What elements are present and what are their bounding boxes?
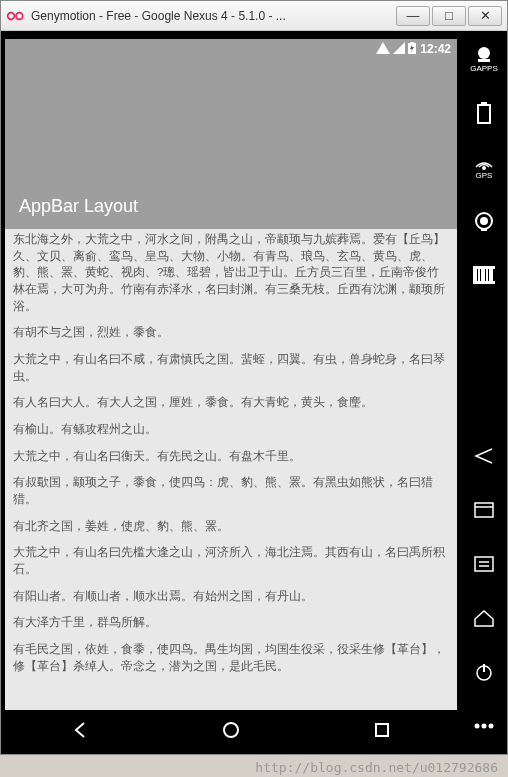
svg-point-12 [480,217,488,225]
content-paragraph: 大荒之中，有山名曰衡天。有先民之山。有盘木千里。 [13,448,449,465]
svg-rect-15 [478,268,480,282]
svg-rect-14 [473,268,477,282]
svg-point-0 [8,12,15,19]
emulator-body: 12:42 AppBar Layout 东北海之外，大荒之中，河水之间，附禺之山… [1,31,507,754]
window-title: Genymotion - Free - Google Nexus 4 - 5.1… [31,9,396,23]
status-time: 12:42 [420,42,451,56]
wifi-icon [376,42,390,57]
svg-rect-9 [481,102,487,105]
content-paragraph: 有叔歜国，颛顼之子，黍食，使四鸟：虎、豹、熊、罴。有黑虫如熊状，名曰猎猎。 [13,474,449,507]
gapps-label: GAPPS [470,64,498,73]
svg-rect-19 [473,266,495,269]
gapps-button[interactable]: GAPPS [468,43,500,75]
svg-point-30 [489,724,494,729]
genymotion-sidebar: GAPPS GPS [461,31,507,754]
titlebar: Genymotion - Free - Google Nexus 4 - 5.1… [1,1,507,31]
close-button[interactable]: ✕ [468,6,502,26]
content-paragraph: 大荒之中，有山名曰不咸，有肃慎氏之国。蜚蛭，四翼。有虫，兽身蛇身，名曰琴虫。 [13,351,449,384]
svg-rect-8 [478,105,490,123]
svg-point-10 [482,166,486,170]
svg-rect-7 [478,59,490,62]
svg-point-28 [475,724,480,729]
sidebar-recent-button[interactable] [468,494,500,526]
maximize-button[interactable]: □ [432,6,466,26]
content-paragraph: 东北海之外，大荒之中，河水之间，附禺之山，帝颛顼与九嫔葬焉。爱有【丘鸟】久、文贝… [13,231,449,314]
svg-rect-21 [475,503,493,517]
minimize-button[interactable]: — [396,6,430,26]
svg-rect-3 [410,42,414,43]
content-paragraph: 有人名曰大人。有大人之国，厘姓，黍食。有大青蛇，黄头，食麈。 [13,394,449,411]
content-paragraph: 有毛民之国，依姓，食黍，使四鸟。禺生均国，均国生役采，役采生修【革台】，修【革台… [13,641,449,674]
svg-point-4 [224,723,238,737]
svg-point-1 [16,12,23,19]
home-button[interactable] [201,715,261,745]
gps-button[interactable]: GPS [468,151,500,183]
camera-button[interactable] [468,205,500,237]
content-paragraph: 有北齐之国，姜姓，使虎、豹、熊、罴。 [13,518,449,535]
android-status-bar: 12:42 [5,39,457,59]
content-paragraph: 有榆山。有鲧攻程州之山。 [13,421,449,438]
svg-rect-23 [475,557,493,571]
svg-rect-16 [481,268,485,282]
gps-label: GPS [476,171,493,180]
content-scroll-area[interactable]: 东北海之外，大荒之中，河水之间，附禺之山，帝颛顼与九嫔葬焉。爱有【丘鸟】久、文贝… [5,229,457,710]
svg-rect-5 [376,724,388,736]
sidebar-more-button[interactable] [468,710,500,742]
watermark: http://blog.csdn.net/u012792686 [255,760,498,775]
svg-point-29 [482,724,487,729]
battery-button[interactable] [468,97,500,129]
sidebar-power-button[interactable] [468,656,500,688]
content-paragraph: 有阳山者。有顺山者，顺水出焉。有始州之国，有丹山。 [13,588,449,605]
content-paragraph: 有胡不与之国，烈姓，黍食。 [13,324,449,341]
sidebar-home-button[interactable] [468,602,500,634]
app-title: AppBar Layout [19,196,138,217]
content-paragraph: 有大泽方千里，群鸟所解。 [13,614,449,631]
battery-icon [408,42,416,57]
sidebar-back-button[interactable] [468,440,500,472]
app-bar: AppBar Layout [5,59,457,229]
svg-rect-13 [481,228,487,231]
signal-icon [393,42,405,57]
genymotion-icon [6,8,26,24]
content-paragraph: 大荒之中，有山名曰先槛大逢之山，河济所入，海北注焉。其西有山，名曰禹所积石。 [13,544,449,577]
svg-rect-17 [486,268,488,282]
android-nav-bar [5,710,457,750]
svg-rect-18 [489,268,493,282]
back-button[interactable] [50,715,110,745]
status-icons [376,42,416,57]
sidebar-menu-button[interactable] [468,548,500,580]
svg-point-6 [478,47,490,59]
svg-rect-20 [473,281,495,284]
window-controls: — □ ✕ [396,6,502,26]
screencast-button[interactable] [468,259,500,291]
window-frame: Genymotion - Free - Google Nexus 4 - 5.1… [0,0,508,755]
recent-apps-button[interactable] [352,715,412,745]
device-screen: 12:42 AppBar Layout 东北海之外，大荒之中，河水之间，附禺之山… [1,31,461,754]
